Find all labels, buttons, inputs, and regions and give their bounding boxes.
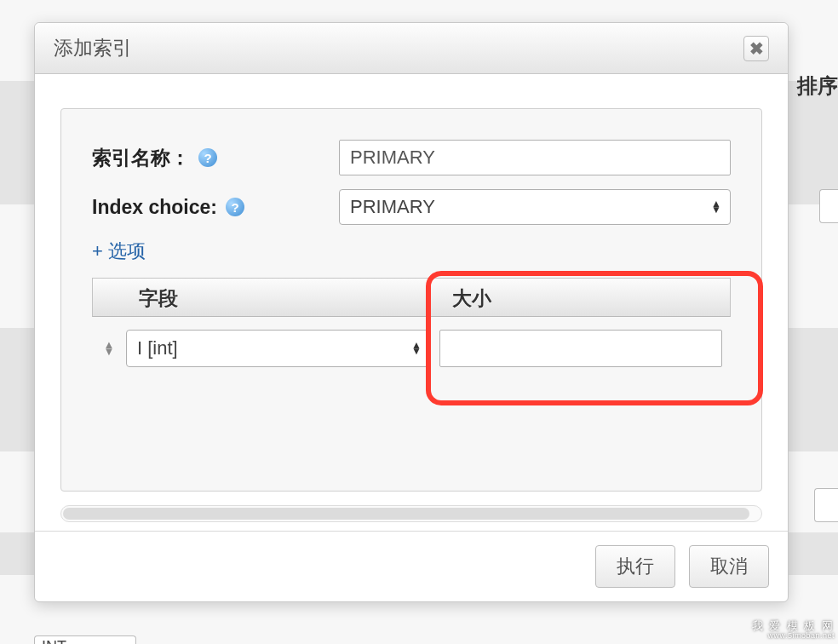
close-button[interactable]: ✖ [743, 36, 769, 61]
table-header: 字段 大小 [92, 278, 731, 317]
options-toggle-link[interactable]: + 选项 [92, 239, 146, 264]
index-name-input[interactable] [339, 140, 731, 175]
label-text: 索引名称： [92, 145, 190, 171]
background-partial-input [814, 488, 838, 522]
size-input[interactable] [439, 330, 722, 367]
index-name-row: 索引名称： ? [92, 140, 731, 175]
execute-button[interactable]: 执行 [595, 545, 675, 588]
chevron-updown-icon: ▲▼ [711, 201, 721, 212]
select-value: PRIMARY [350, 196, 435, 218]
help-icon[interactable]: ? [198, 148, 217, 167]
index-choice-select[interactable]: PRIMARY ▲▼ [339, 189, 731, 225]
size-column-header: 大小 [440, 279, 730, 316]
watermark-line1: 我 爱 模 板 网 [752, 620, 835, 632]
background-type-select[interactable]: INT [34, 635, 136, 644]
dialog-footer: 执行 取消 [35, 531, 788, 601]
watermark: 我 爱 模 板 网 www.5imoban.net [752, 620, 835, 641]
background-partial-input [819, 189, 838, 223]
index-choice-row: Index choice: ? PRIMARY ▲▼ [92, 189, 731, 225]
label-text: Index choice: [92, 196, 217, 219]
cancel-button[interactable]: 取消 [689, 545, 769, 588]
background-column-label: 排序 [797, 72, 838, 100]
index-form-panel: 索引名称： ? Index choice: ? PRIMARY ▲▼ + 选项 [60, 108, 762, 492]
drag-column-header [93, 279, 127, 316]
add-index-dialog: 添加索引 ✖ 索引名称： ? Index choice: ? PRIMARY [34, 22, 789, 602]
index-choice-label: Index choice: ? [92, 196, 339, 219]
index-name-label: 索引名称： ? [92, 145, 339, 171]
dialog-title: 添加索引 [54, 35, 132, 61]
chevron-updown-icon: ▲▼ [411, 342, 422, 354]
drag-cell: ▲▼ [92, 342, 126, 355]
dialog-titlebar: 添加索引 ✖ [35, 23, 788, 74]
columns-table: 字段 大小 ▲▼ I [int] ▲▼ [92, 278, 731, 380]
horizontal-scrollbar[interactable] [60, 505, 762, 522]
table-row: ▲▼ I [int] ▲▼ [92, 317, 731, 380]
watermark-line2: www.5imoban.net [752, 632, 835, 641]
dialog-body: 索引名称： ? Index choice: ? PRIMARY ▲▼ + 选项 [35, 74, 788, 500]
drag-handle-icon[interactable]: ▲▼ [104, 342, 115, 355]
select-value: I [int] [137, 337, 178, 359]
field-select[interactable]: I [int] ▲▼ [126, 330, 431, 367]
field-column-header: 字段 [127, 279, 440, 316]
close-icon: ✖ [749, 38, 764, 59]
field-cell: I [int] ▲▼ [126, 330, 439, 367]
size-cell [439, 330, 731, 367]
scrollbar-thumb[interactable] [63, 508, 749, 520]
help-icon[interactable]: ? [226, 198, 244, 216]
